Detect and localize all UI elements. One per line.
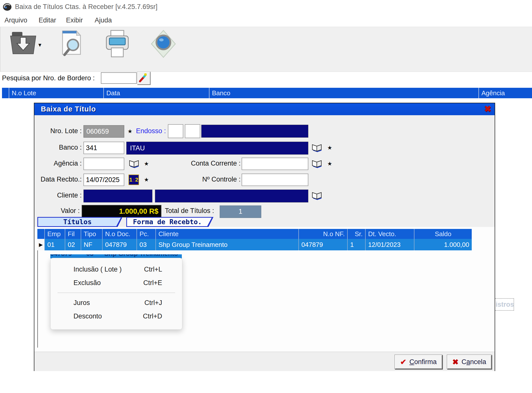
context-menu-item-inclusao[interactable]: Inclusão ( Lote ) Ctrl+L — [51, 263, 182, 276]
empresa-button[interactable] — [150, 29, 177, 69]
menu-editar[interactable]: Editar — [39, 16, 56, 24]
nro-lote-field: 060659 — [83, 125, 124, 138]
app-logo-icon — [2, 2, 12, 12]
tab-titulos[interactable]: Títulos — [37, 217, 123, 227]
cell-emp: 01 — [44, 239, 65, 250]
required-star: ★ — [144, 161, 149, 167]
required-star: ★ — [327, 145, 332, 151]
banco-label: Banco : — [34, 144, 82, 151]
titulos-grid-row[interactable]: ▶ 01 02 NF 047879 03 Shp Group Treinamen… — [37, 239, 472, 250]
baixa-dropdown-icon[interactable]: ▾ — [38, 41, 41, 48]
confirma-button[interactable]: ✔ Confirma — [395, 355, 442, 369]
total-titulos-label: Total de Títulos : — [165, 207, 214, 215]
grid-col-tipo: Tipo — [81, 229, 102, 239]
required-star: ★ — [128, 128, 133, 135]
toolbar: ▾ Baixa Seleção Impressão Empresa — [0, 27, 532, 72]
context-menu-item-exclusao[interactable]: Exclusão Ctrl+E — [51, 276, 182, 290]
magic-wand-icon — [138, 72, 148, 83]
conta-corrente-input[interactable] — [242, 158, 308, 170]
cell-nf: 047879 — [298, 239, 347, 250]
endosso-code2-input[interactable] — [185, 124, 200, 138]
main-grid-indicator-column — [2, 88, 9, 98]
cell-vecto: 12/01/2023 — [365, 239, 414, 250]
search-label: Pesquisa por Nro. de Bordero : — [2, 74, 95, 82]
check-icon: ✔ — [400, 358, 406, 366]
calendar-icon[interactable]: 1:2 — [129, 175, 139, 185]
selecao-button[interactable] — [58, 29, 85, 69]
menu-exibir[interactable]: Exibir — [66, 16, 83, 24]
context-menu-item-desconto[interactable]: Desconto Ctrl+D — [51, 310, 182, 323]
required-star: ★ — [144, 177, 149, 183]
cell-pc: 03 — [136, 239, 155, 250]
search-input[interactable] — [101, 72, 137, 84]
main-grid-header: N.o Lote Data Banco Agência — [2, 88, 532, 98]
menu-item-label: Inclusão ( Lote ) — [73, 266, 122, 273]
lookup-book-icon[interactable] — [311, 143, 323, 154]
menu-item-shortcut: Ctrl+L — [144, 266, 162, 273]
menu-arquivo[interactable]: Arquivo — [4, 16, 27, 24]
grid-col-vecto: Dt. Vecto. — [365, 229, 414, 239]
lookup-book-icon[interactable] — [311, 159, 323, 170]
window-titlebar: Baixa de Títulos Ctas. à Receber [v.4.25… — [0, 0, 532, 14]
grid-col-cliente: Cliente — [155, 229, 298, 239]
lookup-book-icon[interactable] — [129, 159, 140, 170]
search-document-icon — [59, 29, 84, 59]
cell-doc: 047879 — [102, 239, 136, 250]
data-recbto-input[interactable] — [83, 174, 124, 186]
agencia-label: Agência : — [34, 160, 82, 167]
context-menu: Inclusão ( Lote ) Ctrl+L Exclusão Ctrl+E… — [50, 258, 182, 330]
cancel-x-icon: ✖ — [452, 358, 459, 366]
cancela-label: Cancela — [462, 358, 486, 366]
main-grid-col-banco: Banco — [209, 88, 478, 98]
grid-col-nf: N.o NF. — [298, 229, 347, 239]
valor-label: Valor : — [34, 207, 80, 215]
n-controle-label: Nº Controle : — [174, 176, 241, 183]
cell-fil: 02 — [65, 239, 81, 250]
cell-tipo: NF — [81, 239, 102, 250]
grid-col-emp: Emp — [44, 229, 65, 239]
grid-col-sr: Sr. — [347, 229, 365, 239]
valor-field: 1.000,00 R$ — [82, 205, 161, 217]
required-star: ★ — [327, 161, 332, 167]
menu-ajuda[interactable]: Ajuda — [95, 16, 112, 24]
grid-indicator-column — [37, 229, 44, 239]
baixa-button[interactable]: ▾ — [8, 29, 45, 68]
tab-forma-de-recebto[interactable]: Forma de Recebto. — [126, 217, 213, 227]
lookup-book-icon[interactable] — [311, 191, 323, 201]
search-button[interactable] — [137, 72, 150, 85]
grid-col-fil: Fil — [65, 229, 81, 239]
menu-item-label: Juros — [73, 299, 90, 307]
dialog-title: Baixa de Título — [41, 105, 96, 113]
grid-col-doc: N.o Doc. — [102, 229, 136, 239]
row-indicator-icon: ▶ — [37, 239, 44, 250]
dialog-titlebar: Baixa de Título ✖ — [34, 103, 495, 115]
endosso-label: Endosso : — [136, 127, 166, 135]
titulos-grid-header: Emp Fil Tipo N.o Doc. Pc. Cliente N.o NF… — [37, 229, 472, 239]
cliente-code-field — [83, 190, 152, 202]
cliente-label: Cliente : — [34, 192, 82, 199]
main-grid-col-lote: N.o Lote — [9, 88, 103, 98]
main-grid-col-agencia: Agência — [478, 88, 532, 98]
n-controle-input[interactable] — [242, 174, 308, 186]
tab-forma-label: Forma de Recebto. — [126, 218, 208, 226]
confirma-label: Confirma — [409, 358, 437, 366]
endosso-code1-input[interactable] — [168, 124, 183, 138]
data-recbto-label: Data Recbto.: — [34, 176, 82, 183]
close-icon[interactable]: ✖ — [484, 104, 491, 114]
grid-col-saldo: Saldo — [414, 229, 472, 239]
cell-cliente: Shp Group Treinamento — [155, 239, 298, 250]
baixa-de-titulo-dialog: Baixa de Título ✖ Nro. Lote : 060659 ★ E… — [34, 103, 495, 371]
context-menu-item-juros[interactable]: Juros Ctrl+J — [51, 296, 182, 310]
cancela-button[interactable]: ✖ Cancela — [447, 355, 492, 369]
impressao-button[interactable] — [104, 29, 131, 69]
background-remnant-registros: istros — [495, 298, 514, 311]
tab-titulos-label: Títulos — [37, 218, 118, 226]
nro-lote-label: Nro. Lote : — [34, 127, 82, 135]
total-titulos-field: 1 — [220, 205, 261, 218]
main-grid-col-data: Data — [103, 88, 209, 98]
context-menu-separator — [58, 293, 175, 293]
agencia-input[interactable] — [83, 158, 124, 170]
cell-saldo: 1.000,00 — [414, 239, 472, 250]
banco-code-input[interactable] — [83, 142, 124, 154]
conta-corrente-label: Conta Corrente : — [174, 160, 241, 167]
